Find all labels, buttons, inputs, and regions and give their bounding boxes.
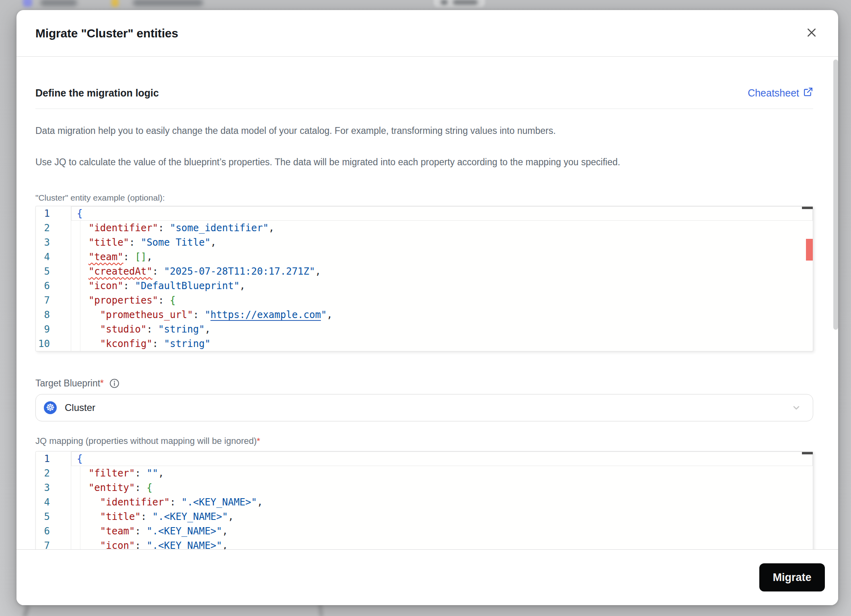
code-text: "identifier": ".<KEY_NAME>", bbox=[71, 495, 813, 509]
code-text: "icon": "DefaultBlueprint", bbox=[71, 279, 813, 293]
code-line: 1{ bbox=[36, 206, 813, 221]
line-number: 9 bbox=[36, 322, 71, 337]
blurred-self-service-icon bbox=[111, 0, 119, 7]
code-line: 5 "createdAt": "2025-07-28T11:20:17.271Z… bbox=[36, 264, 813, 279]
code-text: "team": [], bbox=[71, 250, 813, 264]
target-blueprint-select[interactable]: ☸ Cluster bbox=[35, 394, 813, 421]
code-text: "title": ".<KEY_NAME>", bbox=[71, 509, 813, 524]
code-line: 10 "kconfig": "string" bbox=[36, 337, 813, 351]
modal-title: Migrate "Cluster" entities bbox=[35, 27, 178, 40]
blurred-nav-label bbox=[133, 0, 203, 6]
section-heading: Define the migration logic bbox=[35, 87, 159, 99]
line-number: 1 bbox=[36, 452, 71, 466]
line-number: 6 bbox=[36, 279, 71, 293]
blurred-catalog-icon bbox=[23, 0, 32, 7]
code-line: 6 "team": ".<KEY_NAME>", bbox=[36, 524, 813, 538]
cheatsheet-link-label: Cheatsheet bbox=[748, 87, 799, 99]
description-paragraph-1: Data migration help you to easily change… bbox=[35, 124, 813, 138]
code-text: "properties": { bbox=[71, 293, 813, 308]
background-smudge bbox=[23, 605, 30, 616]
jq-mapping-label: JQ mapping (properties without mapping w… bbox=[35, 436, 813, 448]
description-paragraph-2: Use JQ to calculate the value of the blu… bbox=[35, 155, 813, 169]
section-divider bbox=[35, 109, 813, 109]
blurred-search-icon bbox=[441, 0, 448, 5]
code-line: 2 "identifier": "some_identifier", bbox=[36, 221, 813, 235]
code-text: { bbox=[71, 452, 813, 466]
code-text: "identifier": "some_identifier", bbox=[71, 221, 813, 235]
code-line: 4 "identifier": ".<KEY_NAME>", bbox=[36, 495, 813, 509]
modal-body: Define the migration logic Cheatsheet Da… bbox=[16, 57, 838, 559]
code-line: 7 "properties": { bbox=[36, 293, 813, 308]
code-line: 3 "title": "Some Title", bbox=[36, 235, 813, 250]
editor-scrollbar-thumb[interactable] bbox=[802, 452, 813, 454]
code-text: "filter": "", bbox=[71, 466, 813, 480]
migrate-entities-modal: Migrate "Cluster" entities Define the mi… bbox=[16, 10, 838, 605]
code-text: "prometheus_url": "https://example.com", bbox=[71, 308, 813, 322]
line-number: 1 bbox=[36, 206, 71, 221]
cheatsheet-link[interactable]: Cheatsheet bbox=[748, 87, 813, 99]
code-line: 4 "team": [], bbox=[36, 250, 813, 264]
blurred-nav-label bbox=[40, 0, 77, 6]
background-smudge bbox=[319, 604, 323, 616]
modal-footer: Migrate bbox=[16, 549, 838, 605]
line-number: 2 bbox=[36, 466, 71, 480]
close-icon bbox=[806, 27, 818, 40]
entity-example-code-editor[interactable]: 1{2 "identifier": "some_identifier",3 "t… bbox=[35, 206, 813, 351]
kubernetes-icon: ☸ bbox=[44, 401, 57, 414]
code-line: 9 "studio": "string", bbox=[36, 322, 813, 337]
code-line: 6 "icon": "DefaultBlueprint", bbox=[36, 279, 813, 293]
external-link-icon bbox=[803, 87, 813, 99]
code-line: 2 "filter": "", bbox=[36, 466, 813, 480]
line-number: 5 bbox=[36, 509, 71, 524]
code-text: "entity": { bbox=[71, 480, 813, 495]
overview-ruler-error-mark bbox=[806, 239, 813, 261]
code-line: 3 "entity": { bbox=[36, 480, 813, 495]
code-line: 1{ bbox=[36, 452, 813, 466]
code-text: "studio": "string", bbox=[71, 322, 813, 337]
line-number: 4 bbox=[36, 495, 71, 509]
target-blueprint-value: Cluster bbox=[65, 402, 95, 413]
line-number: 3 bbox=[36, 235, 71, 250]
modal-scrollbar-thumb[interactable] bbox=[833, 60, 838, 330]
indent-guide bbox=[80, 221, 80, 351]
code-line: 5 "title": ".<KEY_NAME>", bbox=[36, 509, 813, 524]
code-text: { bbox=[71, 206, 813, 221]
jq-mapping-code-editor[interactable]: 1{2 "filter": "",3 "entity": {4 "identif… bbox=[35, 451, 813, 553]
required-asterisk: * bbox=[257, 436, 260, 446]
entity-example-label: "Cluster" entity example (optional): bbox=[35, 193, 813, 203]
editor-scrollbar-thumb[interactable] bbox=[802, 207, 813, 209]
code-text: "kconfig": "string" bbox=[71, 337, 813, 351]
line-number: 2 bbox=[36, 221, 71, 235]
line-number: 5 bbox=[36, 264, 71, 279]
line-number: 7 bbox=[36, 293, 71, 308]
chevron-down-icon bbox=[791, 402, 802, 413]
target-blueprint-label: Target Blueprint* bbox=[35, 378, 104, 389]
info-icon[interactable] bbox=[109, 378, 119, 388]
code-text: "team": ".<KEY_NAME>", bbox=[71, 524, 813, 538]
code-text: "createdAt": "2025-07-28T11:20:17.271Z", bbox=[71, 264, 813, 279]
code-text: "title": "Some Title", bbox=[71, 235, 813, 250]
close-button[interactable] bbox=[803, 25, 820, 42]
line-number: 6 bbox=[36, 524, 71, 538]
line-number: 3 bbox=[36, 480, 71, 495]
line-number: 10 bbox=[36, 337, 71, 351]
required-asterisk: * bbox=[100, 378, 104, 388]
modal-header: Migrate "Cluster" entities bbox=[16, 10, 838, 57]
line-number: 8 bbox=[36, 308, 71, 322]
blurred-search-label bbox=[453, 0, 478, 5]
code-line: 8 "prometheus_url": "https://example.com… bbox=[36, 308, 813, 322]
migrate-button[interactable]: Migrate bbox=[759, 563, 825, 591]
indent-guide bbox=[80, 466, 80, 551]
line-number: 4 bbox=[36, 250, 71, 264]
